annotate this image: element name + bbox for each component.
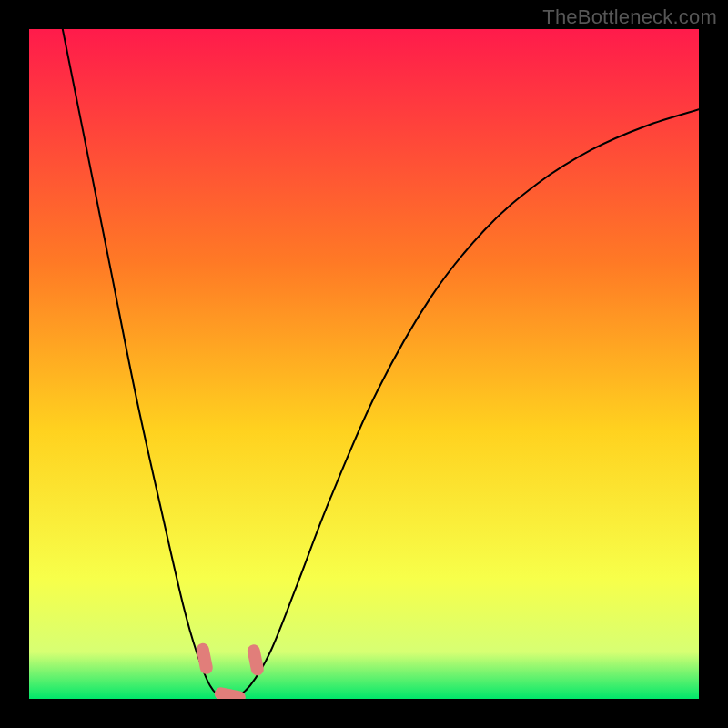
marker-right — [254, 651, 258, 669]
marker-left — [203, 650, 207, 668]
attribution-text: TheBottleneck.com — [542, 5, 717, 29]
chart-svg — [29, 29, 699, 699]
chart-frame: TheBottleneck.com — [0, 0, 728, 728]
marker-bottom — [221, 693, 239, 697]
